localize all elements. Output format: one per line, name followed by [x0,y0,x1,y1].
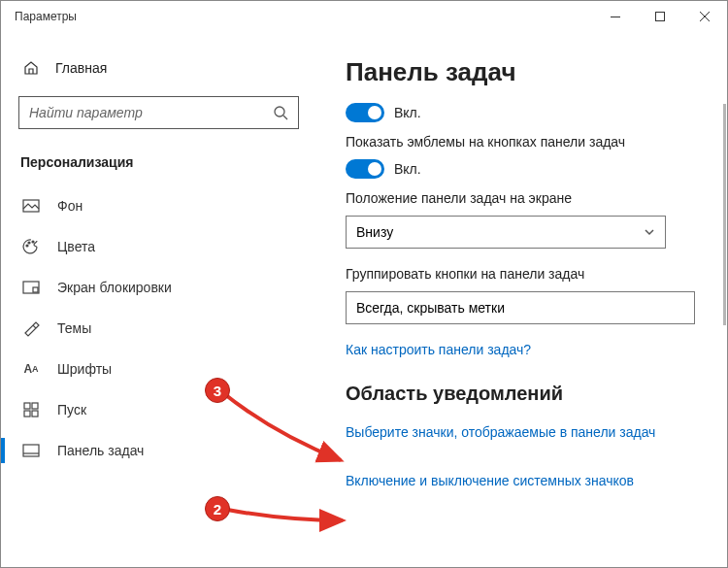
sidebar: Главная Персонализация Фон Цвета Экран б… [1,32,316,567]
group-dropdown[interactable]: Всегда, скрывать метки [346,291,695,324]
group-label-text: Группировать кнопки на панели задач [346,266,706,282]
sidebar-item-fonts[interactable]: AA Шрифты [1,349,316,389]
svg-point-4 [275,107,284,117]
svg-line-5 [283,116,287,119]
svg-rect-1 [656,13,665,21]
start-icon [22,401,40,418]
home-link[interactable]: Главная [1,50,316,86]
svg-rect-15 [32,411,38,417]
group-value: Всегда, скрывать метки [356,300,505,316]
sidebar-item-taskbar[interactable]: Панель задач [1,430,316,471]
close-button[interactable] [682,1,727,32]
themes-icon [22,319,40,337]
sidebar-item-label: Шрифты [57,361,112,377]
svg-point-8 [28,242,30,244]
toggle-main[interactable] [346,103,384,122]
picture-icon [22,197,40,215]
system-icons-link[interactable]: Включение и выключение системных значков [346,473,706,488]
svg-point-7 [26,245,28,247]
svg-point-9 [32,241,34,243]
toggle-main-label: Вкл. [394,105,421,120]
sidebar-item-label: Фон [57,198,83,214]
maximize-button[interactable] [638,1,682,32]
sidebar-item-colors[interactable]: Цвета [1,226,316,267]
sidebar-item-themes[interactable]: Темы [1,308,316,349]
svg-rect-16 [23,445,39,456]
scrollbar[interactable] [723,104,726,325]
select-icons-link[interactable]: Выберите значки, отображаемые в панели з… [346,424,706,440]
sidebar-item-label: Темы [57,320,91,336]
sidebar-item-label: Панель задач [57,443,144,458]
position-value: Внизу [356,224,393,240]
section-notifications: Область уведомлений [346,383,706,405]
svg-rect-11 [33,287,38,292]
sidebar-item-label: Экран блокировки [57,280,172,295]
svg-rect-13 [32,403,38,409]
main-panel: Панель задач Вкл. Показать эмблемы на кн… [316,32,727,567]
position-dropdown[interactable]: Внизу [346,216,666,249]
chevron-down-icon [644,226,655,238]
home-icon [22,59,40,77]
position-label: Положение панели задач на экране [346,190,706,206]
window-title: Параметры [15,10,77,23]
svg-rect-12 [24,403,30,409]
search-input[interactable] [18,96,299,129]
page-title: Панель задач [346,57,706,87]
home-label: Главная [55,60,107,76]
sidebar-item-label: Пуск [57,402,86,418]
search-field[interactable] [29,105,273,120]
help-link[interactable]: Как настроить панели задач? [346,342,706,357]
group-label: Персонализация [1,147,316,185]
minimize-button[interactable] [593,1,638,32]
annotation-badge-2: 2 [205,496,230,521]
annotation-badge-3: 3 [205,378,230,403]
sidebar-item-background[interactable]: Фон [1,185,316,226]
palette-icon [22,238,40,255]
sidebar-item-start[interactable]: Пуск [1,389,316,430]
svg-rect-14 [24,411,30,417]
fonts-icon: AA [22,360,40,378]
search-icon [273,105,288,120]
toggle-emblems[interactable] [346,159,384,179]
taskbar-icon [22,442,40,459]
lockscreen-icon [22,279,40,296]
toggle-emblems-label: Вкл. [394,161,421,177]
window-controls [593,1,727,32]
sidebar-item-lockscreen[interactable]: Экран блокировки [1,267,316,308]
sidebar-item-label: Цвета [57,239,95,254]
emblems-label: Показать эмблемы на кнопках панели задач [346,134,706,150]
